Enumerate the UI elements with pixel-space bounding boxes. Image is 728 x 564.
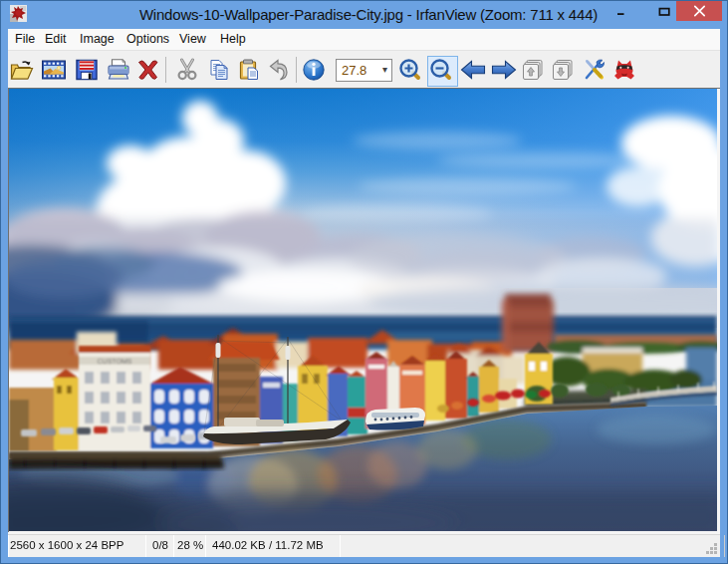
svg-text:CUSTOMS: CUSTOMS [98,358,132,365]
